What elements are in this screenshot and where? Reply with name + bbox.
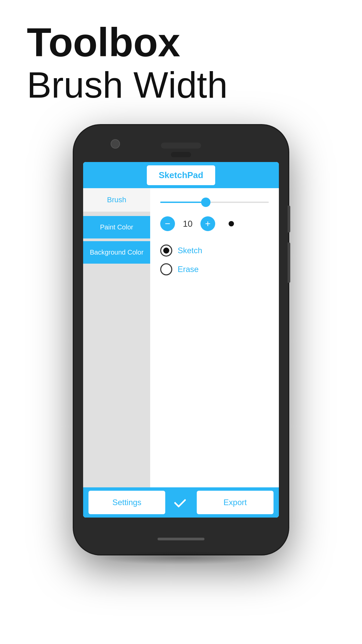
phone-home-indicator: [158, 538, 204, 540]
decrement-button[interactable]: −: [160, 216, 175, 231]
app-bar: SketchPad: [83, 162, 279, 188]
page-title-main: Toolbox: [27, 20, 335, 64]
chevron-down-button[interactable]: [169, 491, 193, 514]
page-header: Toolbox Brush Width: [0, 0, 362, 118]
export-button[interactable]: Export: [197, 491, 274, 514]
counter-section: − 10 +: [160, 216, 269, 231]
slider-track[interactable]: [160, 202, 269, 203]
phone-shadow: [97, 551, 265, 565]
radio-outer-erase: [160, 263, 172, 275]
background-color-button[interactable]: Background Color: [83, 241, 150, 264]
app-bar-tab[interactable]: SketchPad: [147, 165, 216, 185]
chevron-down-icon: [174, 495, 186, 508]
slider-thumb[interactable]: [201, 198, 210, 207]
content-area: Brush Paint Color Background Color −: [83, 188, 279, 487]
page-title-sub: Brush Width: [27, 64, 335, 105]
radio-inner-sketch: [163, 248, 169, 254]
radio-erase-label: Erase: [178, 265, 199, 274]
radio-section: Sketch Erase: [160, 241, 269, 279]
phone-device: SketchPad Brush Paint Color Background C…: [74, 125, 288, 554]
sidebar: Brush Paint Color Background Color: [83, 188, 150, 487]
phone-button-right-bottom: [288, 243, 290, 283]
counter-value: 10: [182, 219, 194, 229]
paint-color-button[interactable]: Paint Color: [83, 216, 150, 238]
radio-sketch-label: Sketch: [178, 246, 202, 255]
phone-notch: [171, 152, 191, 157]
phone-screen: SketchPad Brush Paint Color Background C…: [83, 162, 279, 518]
phone-button-right-top: [288, 206, 290, 232]
minus-icon: −: [165, 218, 170, 229]
phone-speaker: [161, 143, 201, 149]
radio-outer-sketch: [160, 245, 172, 257]
radio-sketch[interactable]: Sketch: [160, 245, 269, 257]
brush-width-slider-section: [160, 198, 269, 206]
plus-icon: +: [205, 218, 210, 229]
sidebar-brush-label: Brush: [83, 188, 150, 212]
phone-camera: [111, 139, 120, 149]
brush-preview-dot: [229, 221, 234, 226]
slider-fill: [160, 202, 206, 203]
increment-button[interactable]: +: [200, 216, 215, 231]
radio-erase[interactable]: Erase: [160, 263, 269, 275]
main-panel: − 10 + Sketch: [150, 188, 279, 487]
settings-button[interactable]: Settings: [88, 491, 165, 514]
bottom-bar: Settings Export: [83, 487, 279, 518]
